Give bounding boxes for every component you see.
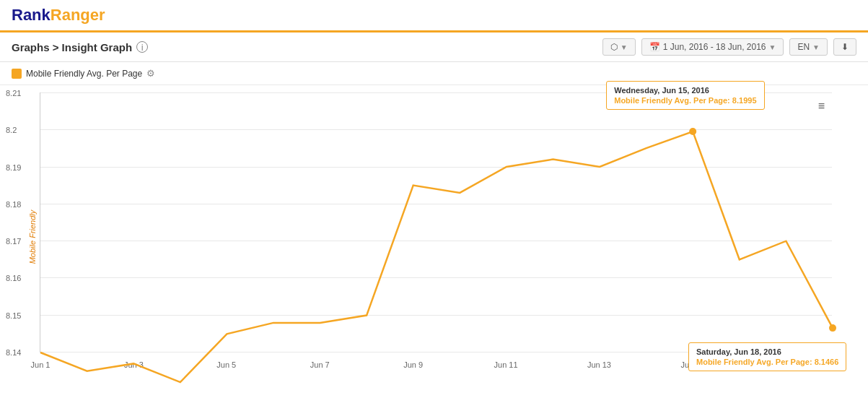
y-axis-label: Mobile Friendly xyxy=(28,210,37,264)
y-label-819: 8.19 xyxy=(6,163,21,172)
legend-item-label: Mobile Friendly Avg. Per Page xyxy=(26,69,142,79)
x-label-jun1: Jun 1 xyxy=(31,360,51,369)
download-icon: ⬇ xyxy=(841,42,849,52)
breadcrumb: Graphs > Insight Graph i xyxy=(12,41,148,53)
language-label: EN xyxy=(797,42,810,52)
tooltip2-value: Mobile Friendly Avg. Per Page: 8.1466 xyxy=(696,358,838,366)
x-label-jun11: Jun 11 xyxy=(494,360,518,369)
download-button[interactable]: ⬇ xyxy=(833,38,856,56)
y-label-821: 8.21 xyxy=(6,89,21,98)
grid-line-bottom: 8.14 xyxy=(40,352,832,352)
y-label-816: 8.16 xyxy=(6,274,21,282)
cube-icon: ⬡ xyxy=(610,42,618,52)
legend-item: Mobile Friendly Avg. Per Page ⚙ xyxy=(12,68,155,79)
data-point-jun15 xyxy=(689,128,696,135)
legend-bar: Mobile Friendly Avg. Per Page ⚙ xyxy=(0,62,868,85)
chart-area: Mobile Friendly ≡ 8.21 8.2 8.19 8.18 8.1… xyxy=(0,85,868,389)
logo: RankRanger xyxy=(12,6,105,25)
lang-dropdown-arrow: ▼ xyxy=(812,43,820,51)
y-label-820: 8.2 xyxy=(6,126,17,134)
x-label-jun7: Jun 7 xyxy=(310,360,330,369)
language-button[interactable]: EN ▼ xyxy=(789,38,828,56)
y-label-817: 8.17 xyxy=(6,237,21,246)
data-point-jun18 xyxy=(829,324,836,332)
calendar-icon: 📅 xyxy=(649,42,660,52)
breadcrumb-text: Graphs > Insight Graph xyxy=(12,41,132,53)
cube-button[interactable]: ⬡ ▼ xyxy=(602,38,636,56)
toolbar: Graphs > Insight Graph i ⬡ ▼ 📅 1 Jun, 20… xyxy=(0,33,868,62)
legend-color-swatch xyxy=(12,69,22,79)
logo-rank: Rank xyxy=(12,6,51,24)
gear-icon[interactable]: ⚙ xyxy=(146,68,155,79)
toolbar-right: ⬡ ▼ 📅 1 Jun, 2016 - 18 Jun, 2016 ▼ EN ▼ … xyxy=(602,38,856,56)
date-range-button[interactable]: 📅 1 Jun, 2016 - 18 Jun, 2016 ▼ xyxy=(641,38,784,56)
cube-dropdown-arrow: ▼ xyxy=(621,43,628,51)
line-chart-svg xyxy=(40,92,832,352)
x-label-jun9: Jun 9 xyxy=(403,360,423,369)
x-label-jun13: Jun 13 xyxy=(587,360,611,369)
y-label-814: 8.14 xyxy=(6,348,21,357)
info-icon[interactable]: i xyxy=(136,41,148,53)
chart-inner: ≡ 8.21 8.2 8.19 8.18 8.17 8.16 8.15 8.14 xyxy=(40,92,832,352)
y-label-818: 8.18 xyxy=(6,200,21,209)
x-label-jun5: Jun 5 xyxy=(216,360,236,369)
date-dropdown-arrow: ▼ xyxy=(769,43,776,51)
y-label-815: 8.15 xyxy=(6,311,21,320)
x-label-jun15: Jun 15 xyxy=(680,360,704,369)
date-range-label: 1 Jun, 2016 - 18 Jun, 2016 xyxy=(663,42,766,52)
x-label-jun17: Jun 17 xyxy=(773,360,797,369)
logo-ranger: Ranger xyxy=(51,6,105,24)
header: RankRanger xyxy=(0,0,868,33)
